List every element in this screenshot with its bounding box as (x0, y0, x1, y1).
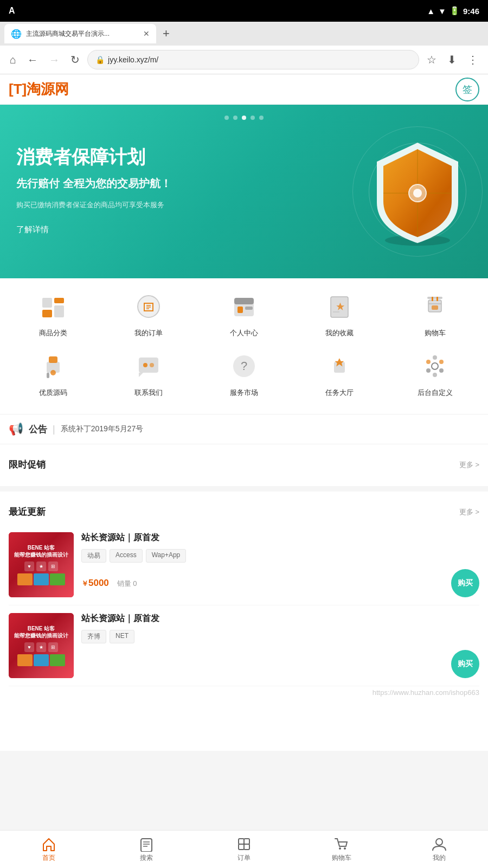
svg-point-33 (143, 363, 147, 367)
menu-item-product-category[interactable]: 商品分类 (5, 289, 101, 338)
thumb-title-2: BENE 站客能帮您赚钱的插画设计 (14, 625, 68, 639)
bottom-nav: 首页 搜索 订单 购物车 我的 (0, 830, 488, 868)
refresh-button[interactable]: ↻ (67, 50, 83, 69)
battery-icon: 🔋 (450, 6, 460, 16)
thumb-img-blue-2 (34, 654, 49, 666)
recent-update-more[interactable]: 更多 > (459, 507, 479, 517)
thumb-title-1: BENE 站客能帮您赚钱的插画设计 (14, 544, 68, 558)
menu-item-shopping-cart[interactable]: 购物车 (387, 289, 483, 338)
search-icon (139, 837, 154, 852)
tab-close-button[interactable]: ✕ (143, 29, 150, 38)
menu-item-personal-center[interactable]: 个人中心 (196, 289, 292, 338)
product-item-1: BENE 站客能帮您赚钱的插画设计 ♥ ★ ⊞ (9, 525, 479, 605)
svg-rect-29 (49, 356, 57, 363)
menu-button[interactable]: ⋮ (464, 50, 481, 69)
bottom-nav-cart[interactable]: 购物车 (293, 831, 390, 868)
menu-label-service-market: 服务市场 (230, 388, 258, 398)
banner-subtitle: 先行赔付 全程为您的交易护航！ (16, 176, 363, 191)
menu-item-service-market[interactable]: ? 服务市场 (196, 349, 292, 398)
menu-label-contact-us: 联系我们 (134, 388, 163, 398)
active-tab[interactable]: 🌐 主流源码商城交易平台演示... ✕ (4, 24, 156, 43)
svg-rect-8 (54, 305, 64, 317)
limited-sale-title: 限时促销 (9, 458, 46, 471)
tab-label: 主流源码商城交易平台演示... (26, 29, 139, 39)
cart-icon (334, 837, 349, 852)
bottom-nav-orders[interactable]: 订单 (195, 831, 293, 868)
url-bar[interactable]: 🔒 jyy.keilo.xyz/m/ (87, 50, 419, 69)
limited-sale-section: 限时促销 更多 > (0, 450, 488, 486)
menu-item-task-hall[interactable]: 任务大厅 (292, 349, 387, 398)
forward-button[interactable]: → (46, 50, 63, 69)
my-orders-icon (131, 289, 166, 324)
svg-point-4 (413, 189, 422, 197)
menu-item-backend-custom[interactable]: 后台自定义 (387, 349, 483, 398)
new-tab-button[interactable]: + (158, 27, 174, 41)
recent-update-title: 最近更新 (9, 506, 46, 518)
svg-point-44 (433, 373, 437, 377)
product-price-1: ￥5000 (81, 578, 112, 588)
notice-text: 系统补丁2019年5月27号 (61, 424, 479, 434)
menu-item-my-orders[interactable]: 我的订单 (101, 289, 196, 338)
menu-label-shopping-cart: 购物车 (425, 328, 446, 338)
thumb-icon-grid-2: ⊞ (48, 642, 58, 652)
svg-point-30 (50, 370, 56, 375)
product-title-2: 站长资源站｜原首发 (81, 613, 479, 624)
svg-rect-7 (54, 298, 64, 303)
banner-dots (0, 116, 488, 120)
home-icon (41, 837, 56, 852)
bottom-nav-home-label: 首页 (42, 853, 55, 863)
back-button[interactable]: ← (24, 50, 41, 69)
product-thumb-2[interactable]: BENE 站客能帮您赚钱的插画设计 ♥ ★ ⊞ (9, 613, 74, 678)
bottom-nav-user-label: 我的 (433, 853, 446, 863)
logo[interactable]: [T]淘源网 (9, 80, 69, 99)
thumb-icon-heart: ♥ (24, 561, 34, 571)
limited-sale-more[interactable]: 更多 > (459, 460, 479, 470)
signal-icon: ▼ (438, 7, 446, 16)
service-market-icon: ? (227, 349, 261, 384)
logo-text: [T]淘源网 (9, 80, 69, 99)
menu-label-personal-center: 个人中心 (230, 328, 258, 338)
download-button[interactable]: ⬇ (444, 50, 460, 69)
menu-item-contact-us[interactable]: 联系我们 (101, 349, 196, 398)
menu-item-my-favorites[interactable]: 我的收藏 (292, 289, 387, 338)
lock-icon: 🔒 (95, 55, 105, 64)
status-account: A (9, 6, 15, 16)
menu-item-quality-code[interactable]: 优质源码 (5, 349, 101, 398)
dot-2 (233, 116, 237, 120)
limited-sale-header: 限时促销 更多 > (9, 458, 479, 471)
svg-rect-49 (239, 839, 244, 844)
product-thumb-1[interactable]: BENE 站客能帮您赚钱的插画设计 ♥ ★ ⊞ (9, 532, 74, 597)
personal-center-icon (227, 289, 261, 324)
svg-rect-31 (47, 373, 49, 378)
status-bar: A ▲ ▼ 🔋 9:46 (0, 0, 488, 22)
banner[interactable]: 消费者保障计划 先行赔付 全程为您的交易护航！ 购买已缴纳消费者保证金的商品均可… (0, 105, 488, 278)
svg-rect-25 (436, 297, 438, 301)
svg-rect-45 (141, 839, 152, 852)
svg-point-39 (426, 360, 431, 364)
menu-label-my-orders: 我的订单 (134, 328, 163, 338)
sign-button[interactable]: 签 (455, 78, 479, 101)
buy-button-2[interactable]: 购买 (451, 650, 479, 678)
svg-rect-5 (42, 298, 52, 308)
banner-link[interactable]: 了解详情 (16, 221, 49, 238)
task-hall-icon (322, 349, 357, 384)
thumb-img-green (50, 573, 65, 585)
dot-3 (242, 116, 246, 120)
buy-button-1[interactable]: 购买 (451, 569, 479, 597)
bottom-nav-home[interactable]: 首页 (0, 831, 98, 868)
bookmark-button[interactable]: ☆ (423, 50, 440, 69)
banner-desc: 购买已缴纳消费者保证金的商品均可享受本服务 (16, 200, 363, 211)
svg-point-41 (439, 368, 444, 373)
bottom-nav-user[interactable]: 我的 (390, 831, 488, 868)
shopping-cart-icon (418, 289, 452, 324)
home-nav-button[interactable]: ⌂ (7, 50, 20, 69)
shield-svg (369, 137, 466, 246)
menu-label-quality-code: 优质源码 (39, 388, 67, 398)
svg-rect-15 (234, 298, 254, 304)
svg-text:?: ? (241, 359, 247, 373)
bottom-padding (0, 707, 488, 751)
thumb-img-row-1 (17, 573, 65, 585)
notice-bar: 📢 公告 | 系统补丁2019年5月27号 (0, 414, 488, 444)
bottom-nav-search[interactable]: 搜索 (98, 831, 195, 868)
product-tags-1: 动易 Access Wap+App (81, 549, 479, 563)
